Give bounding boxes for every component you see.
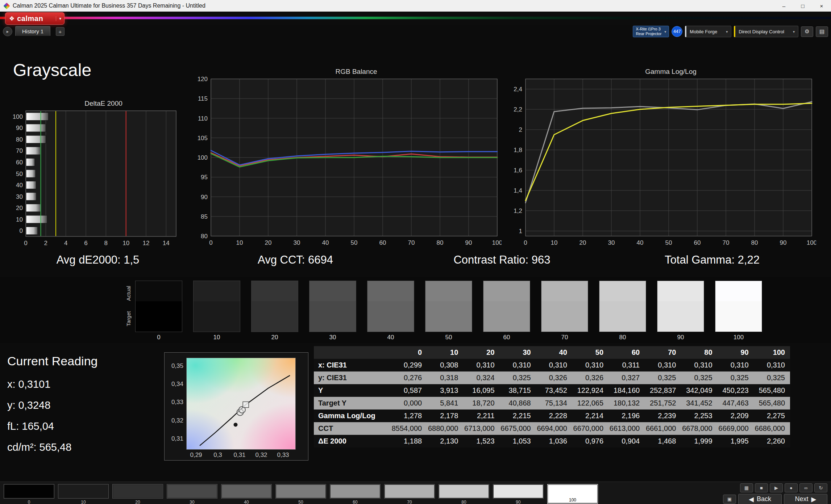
refresh-icon[interactable]: ↻ [814,483,827,492]
meter-status-badge[interactable]: 447 [672,26,682,37]
source-selector-button[interactable]: Mobile Forge ▾ [685,26,731,37]
stop-icon[interactable]: ■ [755,483,768,492]
table-cell: 0,310 [572,359,608,371]
svg-text:40: 40 [637,239,644,246]
display-control-button[interactable]: Direct Display Control ▾ [734,26,798,37]
reading-fl: fL: 165,04 [7,420,97,432]
table-cell: 2,239 [645,410,681,422]
table-cell: 1,995 [718,435,754,448]
table-cell: 2,130 [427,435,463,448]
settings-gear-button[interactable]: ⚙ [801,26,813,37]
record-icon[interactable]: ● [785,483,798,492]
deltae-chart-title: DeltaE 2000 [9,98,181,109]
table-cell: 1,999 [681,435,717,448]
swatch-actual [657,281,704,301]
svg-text:90: 90 [780,239,787,246]
pattern-patch-20[interactable]: 20 [112,484,163,504]
pattern-patch-100[interactable]: 100 [547,484,598,504]
maximize-button[interactable]: □ [793,0,812,12]
close-button[interactable]: × [812,0,831,12]
reading-y: y: 0,3248 [7,399,97,411]
pattern-patch-90[interactable]: 90 [493,484,544,504]
calman-logo-button[interactable]: ❖ calman ▾ [5,12,65,25]
svg-text:1,4: 1,4 [514,187,522,194]
pattern-patch-10[interactable]: 10 [58,484,109,504]
table-cell: 2,215 [500,410,536,422]
table-col-header: 100 [754,346,790,359]
reading-cdm2: cd/m²: 565,48 [7,441,97,453]
patch-preview [493,484,544,499]
transport-controls: ▦■▶●∞↻ ▣ ◀ Back Next ▶ [723,483,827,504]
tab-history-1[interactable]: History 1 [15,26,50,36]
meter-selector-button[interactable]: X-Rite i1Pro 3 Rear Projector ▾ [633,26,669,37]
pattern-strip: 0102030405060708090100 [4,484,598,504]
svg-text:20: 20 [265,239,272,246]
swatch-target [367,301,414,332]
table-cell: 2,275 [754,410,790,422]
table-cell: 6678,000 [681,422,717,435]
svg-text:100: 100 [13,113,23,120]
svg-text:10: 10 [551,239,558,246]
deltae-chart-plot: 024681012141009080706050403020100 [9,109,181,248]
patch-preview [330,484,381,499]
pattern-patch-60[interactable]: 60 [330,484,381,504]
play-icon[interactable]: ▶ [770,483,783,492]
table-cell: 1,036 [536,435,572,448]
back-button[interactable]: ◀ Back [738,494,782,504]
toolbar: ▸ History 1 + X-Rite i1Pro 3 Rear Projec… [0,25,831,38]
svg-text:60: 60 [16,159,23,166]
svg-text:2: 2 [519,126,522,133]
table-cell: 1,053 [500,435,536,448]
toolbar-right-group: X-Rite i1Pro 3 Rear Projector ▾ 447 Mobi… [633,26,828,37]
svg-text:80: 80 [437,239,444,246]
logo-dropdown-icon[interactable]: ▾ [56,16,61,21]
swatch-actual [715,281,762,301]
table-row: Target Y0,0005,84118,72040,86875,134122,… [314,397,790,410]
svg-text:30: 30 [16,193,23,200]
svg-text:120: 120 [198,77,208,83]
table-cell: 2,178 [427,410,463,422]
svg-text:80: 80 [16,136,23,143]
table-cell: 75,134 [536,397,572,410]
next-icon: ▶ [811,495,817,503]
chevron-down-icon: ▾ [793,30,795,34]
table-cell: 184,160 [608,384,645,397]
display-icon[interactable]: ▦ [740,483,753,492]
pattern-patch-40[interactable]: 40 [221,484,272,504]
pattern-window-button[interactable]: ▣ [723,495,736,504]
svg-text:0: 0 [24,240,27,247]
calman-logo-text: calman [17,14,43,23]
table-cell: 6713,000 [463,422,499,435]
add-tab-button[interactable]: + [56,27,65,36]
table-row-label: CCT [314,422,391,435]
cie-x-tick: 0,31 [229,452,250,459]
minimize-button[interactable]: – [774,0,793,12]
pattern-patch-0[interactable]: 0 [4,484,54,504]
pattern-patch-30[interactable]: 30 [167,484,217,504]
table-cell: 1,468 [645,435,681,448]
pattern-patch-70[interactable]: 70 [384,484,435,504]
next-button[interactable]: Next ▶ [784,494,827,504]
swatch-target [483,301,530,332]
svg-text:2: 2 [44,240,47,247]
table-cell: 0,310 [536,359,572,371]
svg-text:100: 100 [807,239,816,246]
table-row-label: x: CIE31 [314,359,391,371]
table-cell: 0,308 [427,359,463,371]
swatch-actual [367,281,414,301]
pattern-patch-80[interactable]: 80 [439,484,489,504]
patch-preview [439,484,489,499]
svg-text:60: 60 [694,239,701,246]
grayscale-swatch-100: 100 [715,281,762,332]
deltae-2000-chart: DeltaE 2000 0246810121410090807060504030… [9,98,181,248]
svg-text:20: 20 [16,205,23,211]
history-panel-toggle[interactable]: ▸ [3,27,12,36]
layout-columns-button[interactable]: ▤ [816,26,828,37]
cie-chromaticity-plot [186,358,296,450]
table-cell: 0,310 [500,359,536,371]
patch-preview [4,484,54,499]
pattern-patch-50[interactable]: 50 [275,484,326,504]
loop-icon[interactable]: ∞ [799,483,813,492]
svg-text:80: 80 [751,239,758,246]
svg-text:90: 90 [201,194,208,201]
